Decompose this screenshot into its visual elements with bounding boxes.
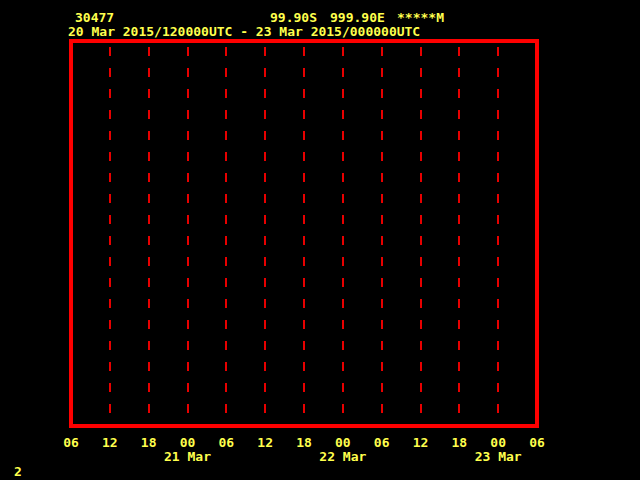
station-elevation: *****M	[397, 11, 444, 25]
vertical-gridline	[458, 47, 460, 423]
vertical-gridline	[497, 47, 499, 423]
vertical-gridline	[381, 47, 383, 423]
vertical-gridline	[187, 47, 189, 423]
x-tick-label: 00	[173, 436, 203, 450]
vertical-gridline	[303, 47, 305, 423]
x-tick-label: 12	[95, 436, 125, 450]
x-tick-label: 18	[444, 436, 474, 450]
vertical-gridline	[264, 47, 266, 423]
x-date-label: 23 Mar	[467, 450, 529, 464]
x-tick-label: 00	[483, 436, 513, 450]
x-tick-label: 06	[522, 436, 552, 450]
time-range: 20 Mar 2015/120000UTC - 23 Mar 2015/0000…	[68, 25, 420, 39]
x-tick-label: 12	[406, 436, 436, 450]
x-tick-label: 06	[56, 436, 86, 450]
x-tick-label: 12	[250, 436, 280, 450]
vertical-gridline	[342, 47, 344, 423]
station-longitude: 999.90E	[330, 11, 385, 25]
vertical-gridline	[109, 47, 111, 423]
x-tick-label: 06	[367, 436, 397, 450]
vertical-gridline	[225, 47, 227, 423]
x-tick-label: 18	[289, 436, 319, 450]
vertical-gridline	[420, 47, 422, 423]
x-date-label: 21 Mar	[157, 450, 219, 464]
station-latitude: 99.90S	[270, 11, 317, 25]
x-tick-label: 00	[328, 436, 358, 450]
meteogram-screen: 30477 99.90S 999.90E *****M 20 Mar 2015/…	[0, 0, 640, 480]
vertical-gridline	[148, 47, 150, 423]
x-tick-label: 06	[211, 436, 241, 450]
x-date-label: 22 Mar	[312, 450, 374, 464]
x-tick-label: 18	[134, 436, 164, 450]
page-number: 2	[14, 465, 22, 479]
station-id: 30477	[75, 11, 114, 25]
